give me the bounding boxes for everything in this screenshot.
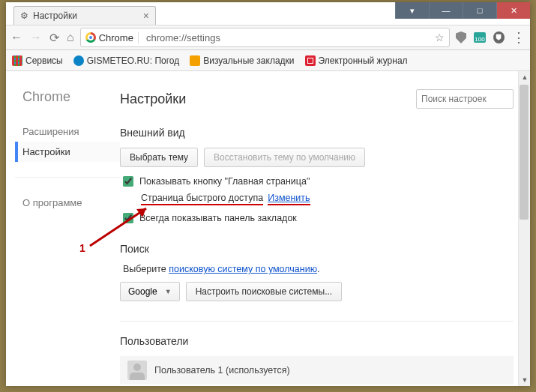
- bookmark-label: GISMETEO.RU: Погод: [87, 55, 180, 66]
- search-engine-value: Google: [128, 286, 157, 297]
- choose-theme-button[interactable]: Выбрать тему: [120, 148, 198, 167]
- window-maximize-button[interactable]: □: [463, 2, 496, 19]
- window-close-button[interactable]: ✕: [496, 2, 530, 19]
- menu-icon[interactable]: ⋮: [512, 29, 526, 46]
- bookmark-journal[interactable]: Электронный журнал: [305, 55, 408, 66]
- appearance-heading: Внешний вид: [120, 127, 514, 139]
- settings-sidebar: Chrome Расширения Настройки О программе: [15, 89, 120, 386]
- user-name: Пользователь 1 (используется): [154, 365, 290, 376]
- show-home-checkbox[interactable]: [123, 176, 133, 187]
- default-search-link[interactable]: поисковую систему по умолчанию: [169, 264, 317, 274]
- bookmark-gismeteo[interactable]: GISMETEO.RU: Погод: [73, 55, 180, 66]
- quick-access-row: Страница быстрого доступа Изменить: [141, 193, 514, 205]
- search-heading: Поиск: [120, 243, 514, 255]
- section-users: Пользователи Пользователь 1 (используетс…: [120, 321, 514, 385]
- chevron-down-icon: ▼: [165, 288, 172, 295]
- extension-icons: 100 ⛊ ⋮: [456, 29, 526, 46]
- omnibox-url: chrome://settings: [142, 32, 432, 43]
- sidebar-item-extensions[interactable]: Расширения: [15, 121, 120, 142]
- gear-icon: ⚙: [20, 10, 28, 21]
- section-appearance: Внешний вид Выбрать тему Восстановить те…: [120, 127, 514, 223]
- bookmark-label: Сервисы: [25, 55, 63, 66]
- scroll-up-icon[interactable]: ▲: [519, 71, 531, 83]
- window-controls: ▾ — □ ✕: [395, 2, 530, 19]
- home-icon[interactable]: ⌂: [67, 31, 74, 44]
- avatar: [127, 361, 147, 380]
- show-home-label: Показывать кнопку "Главная страница": [139, 176, 310, 187]
- sidebar-divider: [15, 177, 120, 178]
- nav-icons: ← → ⟳ ⌂: [10, 31, 74, 45]
- shield-icon[interactable]: [456, 31, 466, 43]
- content-area: Chrome Расширения Настройки О программе …: [6, 71, 530, 386]
- show-bookmarks-label: Всегда показывать панель закладок: [139, 213, 297, 223]
- section-search: Поиск Выберите поисковую систему по умол…: [120, 243, 514, 301]
- sidebar-brand: Chrome: [15, 89, 120, 105]
- show-home-checkbox-row[interactable]: Показывать кнопку "Главная страница": [123, 176, 514, 187]
- forward-icon[interactable]: →: [30, 31, 42, 44]
- window-minimize-button[interactable]: —: [429, 2, 463, 19]
- toolbar: ← → ⟳ ⌂ Chrome chrome://settings ☆ 100 ⛊…: [6, 25, 530, 50]
- change-link[interactable]: Изменить: [268, 193, 310, 205]
- omnibox-origin-label: Chrome: [99, 32, 139, 43]
- ublock-icon[interactable]: ⛊: [493, 31, 505, 43]
- window-dropdown-button[interactable]: ▾: [395, 2, 429, 19]
- orange-icon: [190, 55, 200, 66]
- sidebar-item-about[interactable]: О программе: [15, 193, 120, 213]
- bookmarks-bar: Сервисы GISMETEO.RU: Погод Визуальные за…: [6, 50, 530, 71]
- user-row[interactable]: Пользователь 1 (используется): [120, 356, 514, 385]
- teal-extension-icon[interactable]: 100: [474, 32, 486, 43]
- scrollbar[interactable]: ▲ ▼: [518, 71, 530, 386]
- titlebar: ⚙ Настройки × ▾ — □ ✕: [6, 2, 530, 25]
- bookmark-label: Электронный журнал: [319, 55, 408, 66]
- bookmark-label: Визуальные закладки: [203, 55, 294, 66]
- scroll-thumb[interactable]: [520, 85, 529, 220]
- quick-access-text: Страница быстрого доступа: [141, 193, 263, 205]
- browser-window: ⚙ Настройки × ▾ — □ ✕ ← → ⟳ ⌂ Chrome chr…: [6, 2, 530, 386]
- search-settings-input[interactable]: [416, 89, 514, 109]
- search-desc-pre: Выберите: [123, 264, 166, 274]
- bookmark-star-icon[interactable]: ☆: [435, 31, 445, 43]
- search-engine-select[interactable]: Google ▼: [120, 282, 180, 301]
- show-bookmarks-checkbox[interactable]: [123, 213, 133, 223]
- sidebar-item-settings[interactable]: Настройки: [15, 142, 120, 162]
- page-title: Настройки: [120, 91, 186, 107]
- chrome-logo-icon: [85, 32, 96, 43]
- omnibox[interactable]: Chrome chrome://settings ☆: [80, 28, 450, 47]
- tab-title: Настройки: [33, 10, 139, 21]
- annotation-number: 1: [79, 242, 85, 254]
- back-icon[interactable]: ←: [10, 31, 22, 44]
- users-heading: Пользователи: [120, 335, 514, 347]
- bookmark-visual[interactable]: Визуальные закладки: [190, 55, 294, 66]
- droplet-icon: [73, 55, 84, 66]
- settings-main: Настройки Внешний вид Выбрать тему Восст…: [120, 89, 521, 386]
- bookmark-services[interactable]: Сервисы: [12, 55, 63, 66]
- show-bookmarks-checkbox-row[interactable]: Всегда показывать панель закладок: [123, 213, 514, 223]
- tab-settings[interactable]: ⚙ Настройки ×: [13, 6, 156, 25]
- tab-strip: ⚙ Настройки ×: [13, 6, 156, 25]
- close-tab-icon[interactable]: ×: [143, 10, 149, 22]
- configure-search-button[interactable]: Настроить поисковые системы...: [186, 282, 343, 301]
- apps-icon: [12, 55, 22, 66]
- scroll-down-icon[interactable]: ▼: [519, 374, 531, 386]
- reset-theme-button[interactable]: Восстановить тему по умолчанию: [204, 148, 365, 167]
- reload-icon[interactable]: ⟳: [49, 31, 59, 45]
- journal-icon: [305, 55, 316, 66]
